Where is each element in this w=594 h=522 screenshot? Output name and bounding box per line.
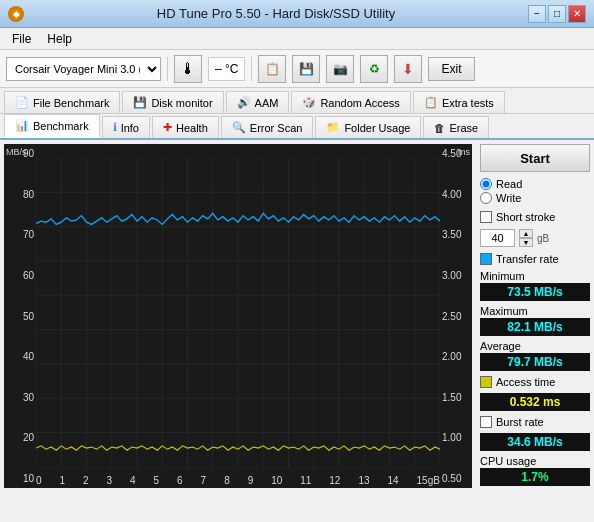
- access-time-row[interactable]: Access time: [480, 376, 590, 388]
- erase-icon: 🗑: [434, 122, 445, 134]
- access-time-checkbox[interactable]: [480, 376, 492, 388]
- tab-health[interactable]: ✚ Health: [152, 116, 219, 138]
- tab-file-benchmark[interactable]: 📄 File Benchmark: [4, 91, 120, 113]
- window-title: HD Tune Pro 5.50 - Hard Disk/SSD Utility: [24, 6, 528, 21]
- window-controls: − □ ✕: [528, 5, 586, 23]
- tab-extra-tests[interactable]: 📋 Extra tests: [413, 91, 505, 113]
- tab-disk-monitor[interactable]: 💾 Disk monitor: [122, 91, 223, 113]
- close-button[interactable]: ✕: [568, 5, 586, 23]
- tab-error-scan[interactable]: 🔍 Error Scan: [221, 116, 314, 138]
- menu-file[interactable]: File: [4, 30, 39, 48]
- tab-erase[interactable]: 🗑 Erase: [423, 116, 489, 138]
- read-write-radio: Read Write: [480, 178, 590, 204]
- toolbar-separator2: [251, 57, 252, 81]
- start-button[interactable]: Start: [480, 144, 590, 172]
- stat-minimum: Minimum 73.5 MB/s: [480, 270, 590, 301]
- toolbar: Corsair Voyager Mini 3.0 (15 gB) 🌡 – °C …: [0, 50, 594, 88]
- stroke-unit: gB: [537, 233, 549, 244]
- short-stroke-checkbox[interactable]: [480, 211, 492, 223]
- error-scan-icon: 🔍: [232, 121, 246, 134]
- stat-cpu: CPU usage 1.7%: [480, 455, 590, 486]
- average-label: Average: [480, 340, 590, 352]
- stroke-down-btn[interactable]: ▼: [519, 238, 533, 247]
- file-benchmark-icon: 📄: [15, 96, 29, 109]
- tab-info[interactable]: ℹ Info: [102, 116, 150, 138]
- camera-toolbar-btn[interactable]: 📷: [326, 55, 354, 83]
- transfer-rate-row[interactable]: Transfer rate: [480, 253, 590, 265]
- health-icon: ✚: [163, 121, 172, 134]
- info-icon: ℹ: [113, 121, 117, 134]
- cpu-label: CPU usage: [480, 455, 590, 467]
- folder-usage-icon: 📁: [326, 121, 340, 134]
- maximum-label: Maximum: [480, 305, 590, 317]
- chart-area: MB/s ms 90 80 70 60 50 40 30 20 10 4.50 …: [4, 144, 472, 488]
- exit-button[interactable]: Exit: [428, 57, 474, 81]
- temperature-display: – °C: [208, 57, 245, 81]
- minimum-label: Minimum: [480, 270, 590, 282]
- stat-maximum: Maximum 82.1 MB/s: [480, 305, 590, 336]
- minimum-value: 73.5 MB/s: [480, 283, 590, 301]
- drive-selector[interactable]: Corsair Voyager Mini 3.0 (15 gB): [6, 57, 161, 81]
- stat-average: Average 79.7 MB/s: [480, 340, 590, 371]
- stroke-value-row: ▲ ▼ gB: [480, 229, 590, 247]
- tabs-row2: 📊 Benchmark ℹ Info ✚ Health 🔍 Error Scan…: [0, 114, 594, 140]
- right-panel: Start Read Write Short stroke ▲ ▼ gB: [476, 140, 594, 492]
- stroke-input[interactable]: [480, 229, 515, 247]
- write-radio-label[interactable]: Write: [480, 192, 590, 204]
- toolbar-separator: [167, 57, 168, 81]
- tab-aam[interactable]: 🔊 AAM: [226, 91, 290, 113]
- tab-folder-usage[interactable]: 📁 Folder Usage: [315, 116, 421, 138]
- cpu-value: 1.7%: [480, 468, 590, 486]
- read-radio[interactable]: [480, 178, 492, 190]
- disk-toolbar-btn[interactable]: 💾: [292, 55, 320, 83]
- chart-svg: [36, 158, 440, 468]
- burst-rate-checkbox[interactable]: [480, 416, 492, 428]
- short-stroke-row[interactable]: Short stroke: [480, 211, 590, 223]
- y-axis-left: 90 80 70 60 50 40 30 20 10: [4, 144, 36, 488]
- write-radio[interactable]: [480, 192, 492, 204]
- menu-bar: File Help: [0, 28, 594, 50]
- extra-tests-icon: 📋: [424, 96, 438, 109]
- access-time-value: 0.532 ms: [480, 393, 590, 411]
- tabs-row1: 📄 File Benchmark 💾 Disk monitor 🔊 AAM 🎲 …: [0, 88, 594, 114]
- aam-icon: 🔊: [237, 96, 251, 109]
- transfer-rate-checkbox[interactable]: [480, 253, 492, 265]
- read-radio-label[interactable]: Read: [480, 178, 590, 190]
- burst-rate-row[interactable]: Burst rate: [480, 416, 590, 428]
- main-content: MB/s ms 90 80 70 60 50 40 30 20 10 4.50 …: [0, 140, 594, 492]
- download-toolbar-btn[interactable]: ⬇: [394, 55, 422, 83]
- maximum-value: 82.1 MB/s: [480, 318, 590, 336]
- minimize-button[interactable]: −: [528, 5, 546, 23]
- stroke-up-btn[interactable]: ▲: [519, 229, 533, 238]
- maximize-button[interactable]: □: [548, 5, 566, 23]
- benchmark-icon: 📊: [15, 119, 29, 132]
- average-value: 79.7 MB/s: [480, 353, 590, 371]
- x-axis: 0 1 2 3 4 5 6 7 8 9 10 11 12 13 14 15gB: [36, 475, 440, 486]
- info-toolbar-btn[interactable]: 📋: [258, 55, 286, 83]
- menu-help[interactable]: Help: [39, 30, 80, 48]
- y-axis-right: 4.50 4.00 3.50 3.00 2.50 2.00 1.50 1.00 …: [440, 144, 472, 488]
- burst-rate-value: 34.6 MB/s: [480, 433, 590, 451]
- chart-canvas: [36, 158, 440, 468]
- thermometer-icon: 🌡: [174, 55, 202, 83]
- disk-monitor-icon: 💾: [133, 96, 147, 109]
- title-bar: ◆ HD Tune Pro 5.50 - Hard Disk/SSD Utili…: [0, 0, 594, 28]
- app-icon: ◆: [8, 6, 24, 22]
- tab-random-access[interactable]: 🎲 Random Access: [291, 91, 410, 113]
- random-access-icon: 🎲: [302, 96, 316, 109]
- stroke-spinner: ▲ ▼: [519, 229, 533, 247]
- recycle-toolbar-btn[interactable]: ♻: [360, 55, 388, 83]
- tab-benchmark[interactable]: 📊 Benchmark: [4, 114, 100, 138]
